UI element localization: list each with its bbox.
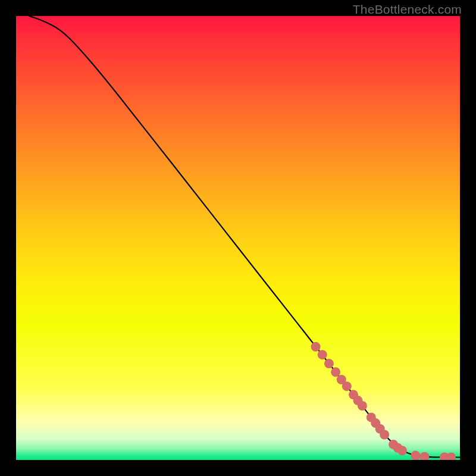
data-marker: [324, 359, 334, 368]
data-marker: [342, 381, 352, 391]
data-marker: [358, 401, 367, 411]
data-marker: [311, 342, 321, 352]
data-marker: [397, 446, 407, 455]
chart-frame: TheBottleneck.com: [0, 0, 476, 476]
data-marker: [446, 453, 456, 460]
data-marker: [380, 430, 389, 439]
curve-layer: [16, 16, 460, 460]
watermark-text: TheBottleneck.com: [353, 2, 462, 17]
plot-area: [16, 16, 460, 460]
marker-group: [311, 342, 456, 460]
data-marker: [331, 367, 340, 377]
bottleneck-curve: [29, 16, 460, 458]
data-marker: [419, 452, 429, 460]
data-marker: [411, 451, 420, 460]
data-marker: [318, 350, 327, 359]
